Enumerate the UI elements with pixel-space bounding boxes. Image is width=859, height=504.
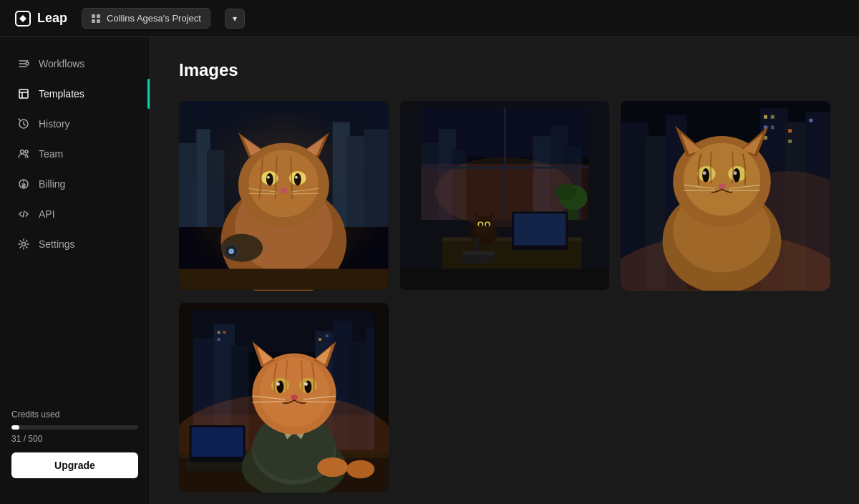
svg-rect-95	[788, 140, 792, 143]
sidebar-item-history[interactable]: History	[0, 109, 150, 139]
svg-point-32	[267, 176, 270, 179]
image-grid-top	[179, 100, 830, 291]
image-3-svg	[621, 100, 830, 291]
image-2-svg	[400, 100, 610, 291]
workflows-label: Workflows	[39, 58, 84, 69]
svg-rect-92	[771, 125, 775, 129]
leap-logo-icon	[14, 10, 31, 27]
templates-label: Templates	[39, 88, 84, 100]
credits-bar-background	[11, 425, 138, 430]
credits-label: Credits used	[11, 410, 138, 420]
history-label: History	[39, 118, 70, 130]
svg-point-76	[486, 223, 489, 227]
svg-rect-4	[97, 19, 100, 23]
api-label: API	[39, 208, 55, 220]
svg-rect-134	[319, 338, 321, 341]
sidebar-bottom: Credits used 31 / 500 Upgrade	[0, 398, 150, 493]
image-card-3[interactable]	[621, 100, 830, 291]
svg-rect-46	[179, 268, 389, 289]
svg-point-30	[266, 173, 273, 186]
sidebar: Workflows Templates History	[0, 37, 150, 504]
history-icon	[17, 117, 30, 130]
sidebar-item-billing[interactable]: Billing	[0, 169, 150, 199]
image-4-svg	[179, 302, 389, 493]
billing-label: Billing	[39, 178, 65, 190]
workflows-icon	[17, 57, 30, 70]
svg-point-111	[703, 171, 707, 175]
svg-point-110	[733, 168, 740, 183]
svg-rect-90	[771, 115, 775, 119]
team-icon	[17, 147, 30, 160]
svg-rect-78	[475, 238, 479, 262]
svg-point-5	[26, 62, 29, 65]
svg-point-34	[280, 188, 287, 193]
svg-point-8	[25, 150, 28, 153]
svg-point-63	[555, 183, 576, 200]
svg-point-33	[295, 176, 298, 179]
svg-rect-89	[764, 115, 767, 119]
credits-count: 31 / 500	[11, 434, 138, 444]
sidebar-item-api[interactable]: API	[0, 199, 150, 229]
project-name: Collins Agesa's Project	[107, 13, 201, 24]
main-layout: Workflows Templates History	[0, 37, 859, 504]
billing-icon	[17, 178, 30, 190]
image-card-1[interactable]	[179, 100, 389, 291]
app-name: Leap	[37, 11, 67, 26]
svg-rect-135	[326, 334, 329, 337]
sidebar-item-workflows[interactable]: Workflows	[0, 49, 150, 79]
project-icon	[91, 14, 101, 24]
svg-rect-133	[218, 338, 220, 341]
svg-rect-141	[186, 462, 249, 471]
svg-point-10	[22, 243, 26, 246]
svg-point-113	[719, 183, 726, 189]
svg-rect-79	[462, 251, 494, 255]
image-grid-bottom	[179, 302, 830, 493]
svg-rect-94	[788, 129, 792, 132]
svg-rect-140	[192, 427, 243, 457]
svg-rect-2	[97, 14, 100, 18]
svg-rect-3	[92, 19, 95, 23]
svg-point-162	[317, 457, 348, 477]
svg-point-109	[702, 168, 709, 183]
svg-point-31	[294, 173, 301, 186]
settings-label: Settings	[39, 238, 75, 250]
credits-bar-fill	[11, 425, 19, 430]
api-icon	[17, 208, 30, 220]
image-card-2[interactable]	[400, 100, 610, 291]
upgrade-button[interactable]: Upgrade	[11, 452, 138, 478]
svg-rect-68	[514, 213, 566, 245]
sidebar-item-settings[interactable]: Settings	[0, 229, 150, 259]
image-card-4[interactable]	[179, 302, 389, 493]
svg-point-27	[249, 150, 319, 218]
svg-rect-96	[810, 119, 813, 122]
svg-point-155	[276, 382, 280, 386]
svg-point-157	[291, 394, 298, 400]
project-dropdown-button[interactable]: ▾	[225, 9, 245, 29]
sidebar-item-team[interactable]: Team	[0, 139, 150, 169]
svg-point-7	[21, 150, 24, 154]
templates-icon	[17, 87, 30, 100]
content-area: Images	[150, 37, 859, 504]
project-selector[interactable]: Collins Agesa's Project	[82, 8, 210, 29]
settings-icon	[17, 238, 30, 251]
svg-rect-1	[92, 14, 95, 18]
svg-point-112	[734, 171, 737, 175]
svg-rect-132	[223, 331, 225, 334]
svg-rect-131	[218, 331, 220, 334]
svg-point-163	[346, 460, 374, 478]
svg-rect-80	[400, 268, 610, 289]
svg-point-150	[259, 357, 329, 427]
sidebar-item-templates[interactable]: Templates	[0, 79, 150, 109]
svg-point-106	[684, 143, 760, 215]
team-label: Team	[39, 148, 63, 160]
dropdown-arrow-icon: ▾	[233, 14, 237, 24]
page-title: Images	[179, 60, 830, 80]
topbar: Leap Collins Agesa's Project ▾	[0, 0, 859, 37]
app-logo: Leap	[14, 10, 67, 27]
svg-point-156	[304, 382, 308, 386]
image-1-svg	[179, 100, 389, 291]
svg-point-42	[228, 248, 234, 254]
svg-point-75	[479, 223, 482, 227]
